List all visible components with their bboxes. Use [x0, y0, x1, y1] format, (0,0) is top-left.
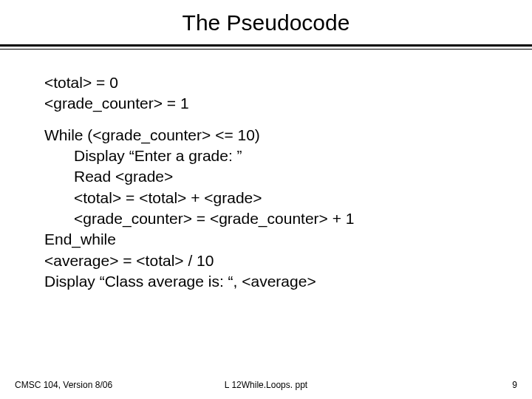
footer-left: CMSC 104, Version 8/06 — [15, 380, 112, 390]
divider-thin — [0, 49, 532, 50]
blank-line — [44, 115, 488, 125]
code-line: End_while — [44, 229, 488, 250]
code-line: Read <grade> — [44, 166, 488, 187]
title-divider — [0, 44, 532, 52]
slide-footer: CMSC 104, Version 8/06 L 12While.Loops. … — [0, 380, 532, 390]
code-line: Display “Enter a grade: ” — [44, 146, 488, 166]
code-line: <grade_counter> = <grade_counter> + 1 — [44, 208, 488, 229]
code-line: Display “Class average is: “, <average> — [44, 271, 488, 292]
slide-body: <total> = 0 <grade_counter> = 1 While (<… — [0, 52, 532, 292]
footer-page-number: 9 — [512, 380, 517, 390]
code-line: <average> = <total> / 10 — [44, 250, 488, 271]
code-line: <total> = <total> + <grade> — [44, 188, 488, 208]
slide: The Pseudocode <total> = 0 <grade_counte… — [0, 0, 532, 399]
divider-thick — [0, 44, 532, 47]
code-line: While (<grade_counter> <= 10) — [44, 125, 488, 146]
code-line: <total> = 0 — [44, 72, 488, 93]
footer-center: L 12While.Loops. ppt — [225, 380, 307, 390]
code-line: <grade_counter> = 1 — [44, 93, 488, 114]
slide-title: The Pseudocode — [0, 0, 532, 41]
